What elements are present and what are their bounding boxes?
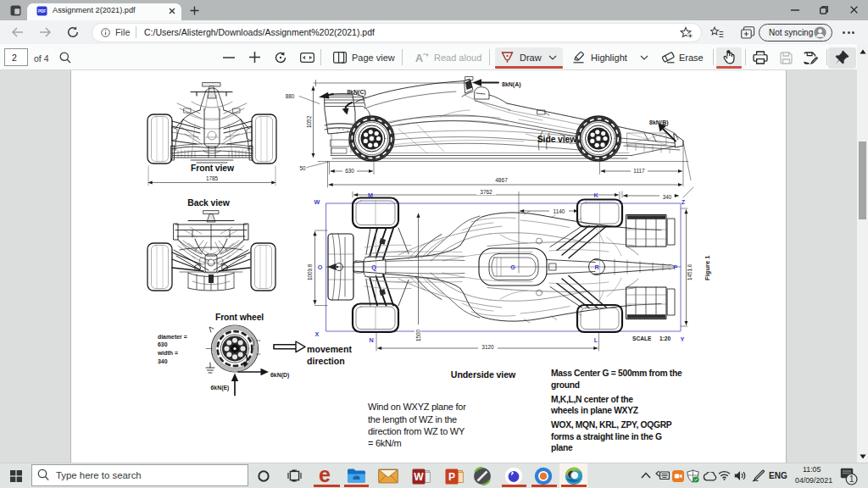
svg-text:880: 880 [286, 93, 295, 99]
svg-text:L: L [594, 336, 598, 344]
svg-text:1:20: 1:20 [659, 336, 671, 341]
svg-text:direction from WZ to WY: direction from WZ to WY [368, 426, 465, 436]
svg-text:8kN(A): 8kN(A) [502, 81, 521, 88]
svg-text:movement: movement [307, 344, 352, 354]
svg-text:plane: plane [551, 443, 573, 452]
svg-text:P: P [448, 471, 455, 483]
svg-text:width =: width = [157, 350, 178, 356]
svg-text:wheels in plane WXYZ: wheels in plane WXYZ [550, 406, 638, 415]
svg-text:ground: ground [551, 380, 580, 390]
svg-text:630: 630 [158, 341, 168, 347]
svg-text:M: M [368, 191, 373, 199]
svg-text:8kN(C): 8kN(C) [347, 89, 366, 96]
svg-text:340: 340 [663, 194, 672, 200]
svg-text:8kN(B): 8kN(B) [649, 119, 669, 126]
svg-text:3762: 3762 [480, 189, 492, 195]
svg-text:the length of WZ in the: the length of WZ in the [368, 414, 457, 424]
svg-text:Underside view: Underside view [451, 369, 516, 380]
svg-text:P: P [674, 263, 678, 271]
svg-text:N: N [369, 336, 373, 344]
svg-text:diameter =: diameter = [158, 334, 187, 340]
svg-text:= 6kN/m: = 6kN/m [368, 438, 402, 448]
svg-text:direction: direction [307, 356, 345, 366]
svg-text:Wind on WXYZ plane for: Wind on WXYZ plane for [368, 402, 466, 412]
svg-text:6kN(E): 6kN(E) [211, 385, 230, 391]
svg-text:1500: 1500 [415, 329, 421, 341]
svg-text:1117: 1117 [633, 168, 645, 174]
svg-text:1451.6: 1451.6 [687, 263, 693, 280]
svg-text:SCALE: SCALE [632, 336, 652, 341]
svg-text:Y: Y [681, 336, 685, 343]
svg-text:Back view: Back view [187, 198, 230, 208]
svg-text:6kN(D): 6kN(D) [270, 372, 289, 379]
svg-text:Figure 1: Figure 1 [704, 255, 711, 280]
svg-text:4867: 4867 [495, 177, 508, 183]
svg-text:3120: 3120 [481, 344, 494, 350]
svg-text:R: R [594, 263, 599, 271]
svg-text:Mass Center G = 500mm from the: Mass Center G = 500mm from the [551, 369, 682, 378]
svg-text:Side view: Side view [537, 135, 577, 144]
svg-text:1785: 1785 [206, 175, 219, 181]
svg-text:W: W [314, 198, 320, 206]
svg-text:Z: Z [682, 198, 686, 206]
svg-text:O: O [318, 263, 323, 271]
svg-text:Q: Q [371, 263, 376, 271]
svg-text:Front wheel: Front wheel [215, 313, 264, 322]
svg-text:340: 340 [158, 358, 168, 364]
svg-text:WOX, MQN, KRL, ZPY, OQGRP: WOX, MQN, KRL, ZPY, OQGRP [551, 420, 672, 430]
svg-text:1052: 1052 [306, 115, 312, 128]
svg-text:W: W [414, 471, 424, 483]
svg-text:Front view: Front view [191, 164, 235, 173]
svg-text:K: K [593, 191, 598, 199]
svg-text:forms a straight line in the G: forms a straight line in the G [551, 432, 662, 441]
svg-text:PDF: PDF [38, 9, 46, 14]
svg-text:G: G [510, 263, 515, 271]
svg-text:630: 630 [345, 168, 354, 174]
svg-text:50: 50 [299, 165, 306, 171]
svg-text:1: 1 [849, 474, 854, 484]
svg-text:M,K,L,N center of the: M,K,L,N center of the [551, 395, 633, 404]
svg-text:X: X [315, 330, 320, 338]
svg-text:1140: 1140 [554, 208, 565, 214]
svg-text:1009.8: 1009.8 [307, 263, 313, 280]
